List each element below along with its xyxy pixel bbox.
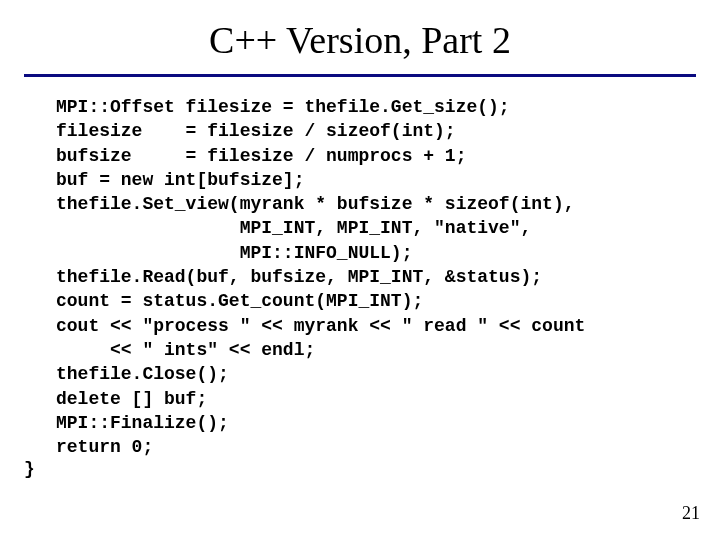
code-close-brace: } [0,459,720,479]
slide: C++ Version, Part 2 MPI::Offset filesize… [0,0,720,540]
page-number: 21 [682,503,700,524]
title-rule [24,74,696,77]
slide-title: C++ Version, Part 2 [0,0,720,74]
code-block: MPI::Offset filesize = thefile.Get_size(… [0,95,720,459]
